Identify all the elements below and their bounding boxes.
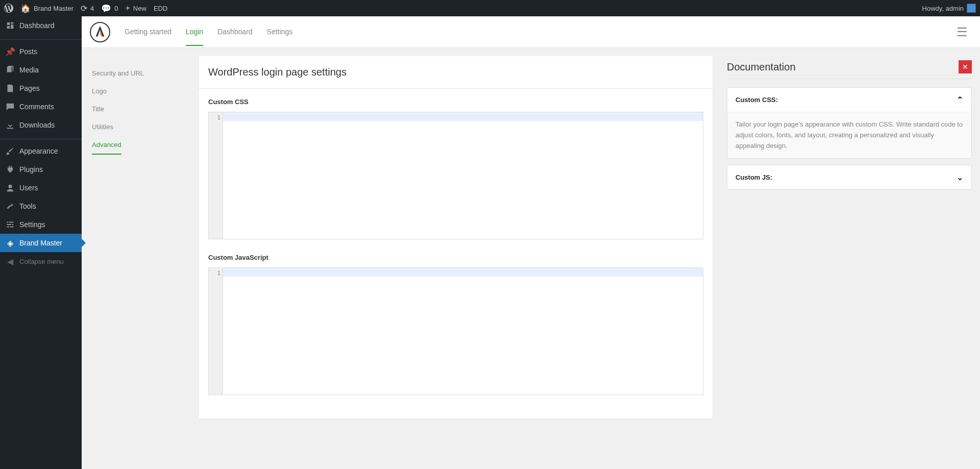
hamburger-button[interactable]: ☰	[957, 25, 968, 39]
page-icon	[5, 83, 15, 93]
avatar	[967, 4, 976, 13]
site-home-link[interactable]: 🏠 Brand Master	[20, 4, 74, 13]
tab-dashboard[interactable]: Dashboard	[217, 18, 253, 46]
gutter: 1	[209, 112, 223, 239]
dashboard-icon	[5, 20, 15, 31]
new-link[interactable]: + New	[126, 4, 146, 13]
active-line-highlight	[223, 112, 703, 121]
subnav-logo[interactable]: Logo	[92, 82, 189, 100]
custom-css-editor[interactable]: 1	[208, 112, 703, 239]
comment-icon	[5, 102, 15, 112]
downloads-label: Downloads	[19, 121, 55, 129]
wordpress-icon	[4, 4, 13, 13]
edd-label: EDD	[154, 5, 167, 12]
accordion-header-css[interactable]: Custom CSS: ⌃	[727, 88, 971, 112]
sidebar-item-comments[interactable]: Comments	[0, 97, 82, 116]
comment-icon: 💬	[101, 4, 111, 13]
download-icon	[5, 120, 15, 130]
sliders-icon	[5, 219, 15, 230]
users-label: Users	[19, 184, 38, 192]
sidebar-item-settings[interactable]: Settings	[0, 215, 82, 234]
custom-js-editor[interactable]: 1	[208, 267, 703, 395]
sidebar-item-posts[interactable]: 📌 Posts	[0, 42, 82, 61]
line-number: 1	[217, 270, 220, 277]
wrench-icon	[5, 201, 15, 211]
pages-label: Pages	[19, 84, 40, 92]
posts-label: Posts	[19, 47, 37, 56]
accordion-custom-css: Custom CSS: ⌃ Tailor your login page's a…	[727, 87, 972, 159]
chevron-down-icon: ⌄	[957, 172, 963, 182]
sidebar-item-dashboard[interactable]: Dashboard	[0, 16, 82, 35]
site-name: Brand Master	[34, 5, 74, 12]
tab-login[interactable]: Login	[186, 18, 203, 46]
brush-icon	[5, 146, 15, 156]
updates-count: 4	[90, 5, 94, 12]
wp-logo[interactable]	[4, 4, 13, 13]
new-label: New	[133, 5, 146, 12]
documentation-title: Documentation	[727, 61, 796, 73]
plugin-icon	[5, 164, 15, 175]
plugins-label: Plugins	[19, 165, 43, 174]
media-icon	[5, 65, 15, 75]
sidebar-item-pages[interactable]: Pages	[0, 79, 82, 97]
tab-getting-started[interactable]: Getting started	[125, 18, 172, 46]
sidebar-item-users[interactable]: Users	[0, 179, 82, 197]
settings-label: Settings	[19, 220, 45, 229]
greeting-text: Howdy, admin	[922, 5, 964, 12]
collapse-menu-button[interactable]: ◀ Collapse menu	[0, 252, 82, 270]
subnav-security[interactable]: Security and URL	[92, 64, 189, 82]
sidebar-item-downloads[interactable]: Downloads	[0, 116, 82, 134]
menu-separator	[0, 137, 82, 139]
accordion-body-css: Tailor your login page's appearance with…	[727, 112, 971, 158]
gutter: 1	[209, 268, 223, 394]
collapse-icon: ◀	[5, 256, 15, 266]
sidebar-item-media[interactable]: Media	[0, 61, 82, 79]
chevron-up-icon: ⌃	[957, 95, 963, 105]
sidebar-item-appearance[interactable]: Appearance	[0, 142, 82, 160]
tab-settings[interactable]: Settings	[267, 18, 293, 46]
tools-label: Tools	[19, 202, 36, 210]
custom-js-label: Custom JavaScript	[208, 254, 703, 261]
brandmaster-icon: ◈	[5, 238, 15, 248]
home-icon: 🏠	[20, 4, 31, 13]
custom-css-label: Custom CSS	[208, 98, 703, 106]
appearance-label: Appearance	[19, 147, 58, 155]
close-icon: ✕	[962, 63, 968, 71]
edd-link[interactable]: EDD	[154, 5, 167, 12]
dashboard-label: Dashboard	[19, 21, 55, 30]
pin-icon: 📌	[5, 46, 15, 57]
sidebar-item-plugins[interactable]: Plugins	[0, 160, 82, 179]
menu-separator	[0, 37, 82, 40]
refresh-icon: ⟳	[81, 4, 87, 13]
collapse-label: Collapse menu	[19, 258, 64, 265]
brandmaster-label: Brand Master	[19, 239, 62, 247]
comments-label: Comments	[19, 103, 54, 111]
subnav-utilities[interactable]: Utilities	[92, 118, 189, 136]
user-icon	[5, 183, 15, 193]
accordion-title: Custom JS:	[736, 174, 772, 181]
subnav-advanced[interactable]: Advanced	[92, 136, 121, 155]
comments-link[interactable]: 💬 0	[101, 4, 118, 13]
close-button[interactable]: ✕	[959, 60, 972, 73]
user-menu[interactable]: Howdy, admin	[922, 4, 976, 13]
subnav-title[interactable]: Title	[92, 100, 189, 118]
accordion-header-js[interactable]: Custom JS: ⌄	[727, 165, 971, 189]
comments-count: 0	[114, 5, 118, 12]
accordion-custom-js: Custom JS: ⌄	[727, 165, 972, 190]
sidebar-item-tools[interactable]: Tools	[0, 197, 82, 215]
sidebar-item-brandmaster[interactable]: ◈ Brand Master	[0, 234, 82, 252]
logo-icon	[93, 25, 107, 39]
plugin-logo	[90, 22, 110, 42]
accordion-title: Custom CSS:	[736, 96, 778, 104]
line-number: 1	[217, 114, 220, 121]
media-label: Media	[19, 66, 39, 74]
active-line-highlight	[223, 268, 703, 277]
plus-icon: +	[126, 4, 130, 13]
updates-link[interactable]: ⟳ 4	[81, 4, 94, 13]
page-title: WordPress login page settings	[208, 66, 703, 78]
